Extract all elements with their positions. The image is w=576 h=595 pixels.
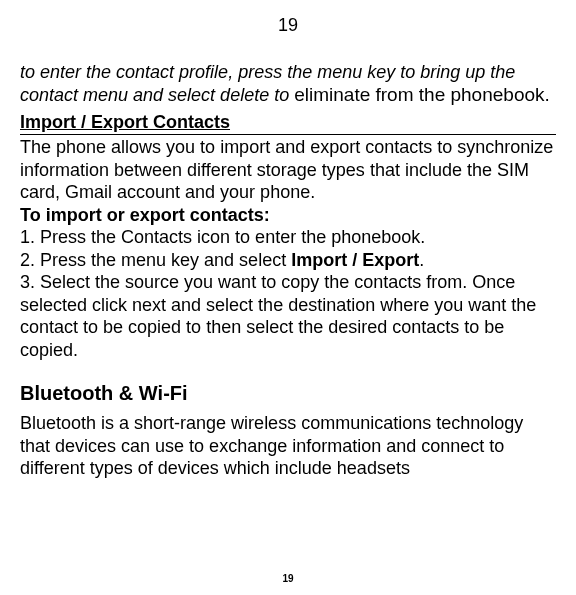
step-2-post: . xyxy=(419,250,424,270)
import-export-heading: Import / Export Contacts xyxy=(20,111,556,136)
step-2-bold: Import / Export xyxy=(291,250,419,270)
page-number-bottom: 19 xyxy=(0,573,576,586)
step-2-pre: 2. Press the menu key and select xyxy=(20,250,291,270)
step-2: 2. Press the menu key and select Import … xyxy=(20,249,556,272)
intro-paragraph: to enter the contact profile, press the … xyxy=(20,61,556,107)
intro-nonitalic: eliminate from the phonebook. xyxy=(294,84,550,105)
step-1: 1. Press the Contacts icon to enter the … xyxy=(20,226,556,249)
bluetooth-wifi-heading: Bluetooth & Wi-Fi xyxy=(20,381,556,406)
import-export-description: The phone allows you to import and expor… xyxy=(20,136,556,204)
bluetooth-description: Bluetooth is a short-range wireless comm… xyxy=(20,412,556,480)
step-3: 3. Select the source you want to copy th… xyxy=(20,271,556,361)
import-export-subheading: To import or export contacts: xyxy=(20,204,556,227)
page-number-top: 19 xyxy=(20,14,556,37)
